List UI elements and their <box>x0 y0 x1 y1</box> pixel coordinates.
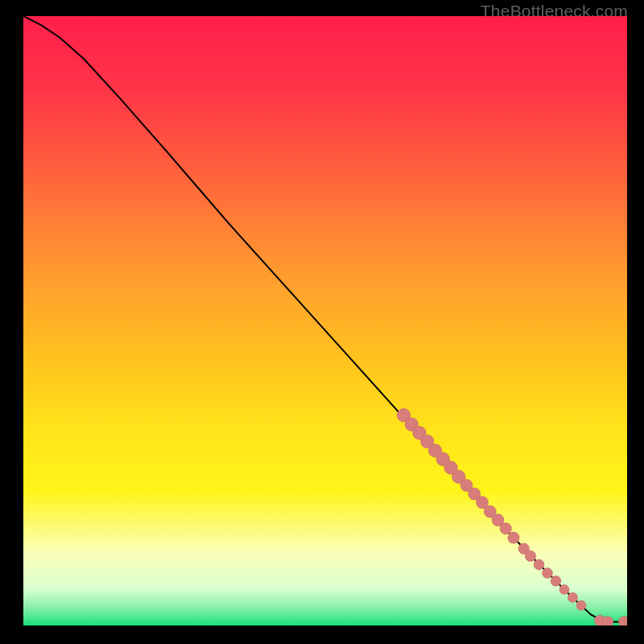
chart-svg <box>23 16 627 625</box>
data-marker <box>568 592 578 602</box>
data-marker <box>576 601 586 610</box>
data-marker <box>508 532 519 543</box>
data-marker <box>534 559 544 570</box>
data-marker <box>551 576 561 586</box>
data-marker <box>543 568 553 579</box>
data-marker <box>500 523 511 535</box>
gradient-background <box>23 16 627 625</box>
plot-area <box>23 16 627 625</box>
data-marker <box>559 584 569 594</box>
data-marker <box>525 551 536 562</box>
data-marker <box>602 617 613 625</box>
chart-stage: TheBottleneck.com <box>0 0 644 644</box>
